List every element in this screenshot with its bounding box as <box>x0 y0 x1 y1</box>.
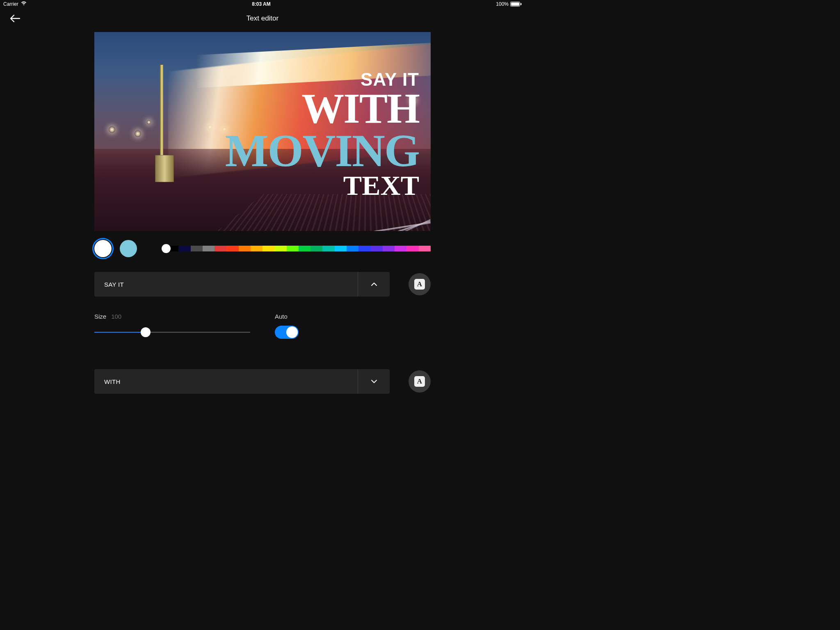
auto-switch[interactable] <box>275 326 299 339</box>
size-label: Size <box>94 313 106 320</box>
page-title: Text editor <box>247 14 278 23</box>
panel-toggle[interactable] <box>358 272 390 297</box>
chevron-up-icon <box>371 282 377 286</box>
auto-label: Auto <box>275 313 299 320</box>
font-a-icon: A <box>414 279 425 290</box>
battery-label: 100% <box>496 1 509 7</box>
svg-rect-2 <box>520 3 522 5</box>
wifi-icon <box>21 1 27 7</box>
size-control: Size 100 <box>94 313 250 339</box>
status-right: 100% <box>496 1 522 7</box>
chevron-down-icon <box>371 379 377 383</box>
preview-line-4: TEXT <box>225 172 419 199</box>
preview-line-2: WITH <box>225 88 419 129</box>
text-panel-with[interactable]: WITH <box>94 369 390 394</box>
panel-toggle[interactable] <box>358 369 390 394</box>
panel-label: WITH <box>94 378 121 385</box>
text-panels: SAY IT A <box>94 272 431 301</box>
panel-label: SAY IT <box>94 281 124 288</box>
back-arrow-icon <box>9 14 20 23</box>
status-time: 8:03 AM <box>252 1 271 7</box>
preview-canvas[interactable]: SAY IT WITH MOVING TEXT <box>94 32 431 231</box>
svg-rect-1 <box>511 2 519 6</box>
color-swatch-secondary[interactable] <box>120 240 137 257</box>
preview-text-block[interactable]: SAY IT WITH MOVING TEXT <box>225 71 419 199</box>
color-gradient-slider[interactable] <box>162 246 431 251</box>
controls-row: Size 100 Auto <box>94 313 431 339</box>
content: SAY IT WITH MOVING TEXT SAY IT A <box>0 29 525 394</box>
panel-row-2: WITH A <box>94 369 431 394</box>
battery-icon <box>510 2 522 7</box>
text-panels-2: WITH A <box>94 369 431 394</box>
color-swatch-primary[interactable] <box>94 240 112 257</box>
carrier-label: Carrier <box>3 1 18 7</box>
gradient-handle[interactable] <box>162 244 171 253</box>
status-left: Carrier <box>3 1 27 7</box>
text-panel-say-it[interactable]: SAY IT <box>94 272 390 297</box>
slider-thumb[interactable] <box>141 327 151 337</box>
font-style-button[interactable]: A <box>409 370 431 393</box>
status-bar: Carrier 8:03 AM 100% <box>0 0 525 8</box>
size-value: 100 <box>111 313 121 320</box>
nav-bar: Text editor <box>0 8 525 29</box>
color-picker-row <box>94 240 431 257</box>
font-a-icon: A <box>414 376 425 387</box>
auto-control: Auto <box>275 313 299 339</box>
font-style-button[interactable]: A <box>409 273 431 295</box>
panel-row-1: SAY IT A <box>94 272 431 297</box>
size-slider[interactable] <box>94 327 250 337</box>
preview-line-3: MOVING <box>225 129 419 172</box>
back-button[interactable] <box>7 10 23 27</box>
